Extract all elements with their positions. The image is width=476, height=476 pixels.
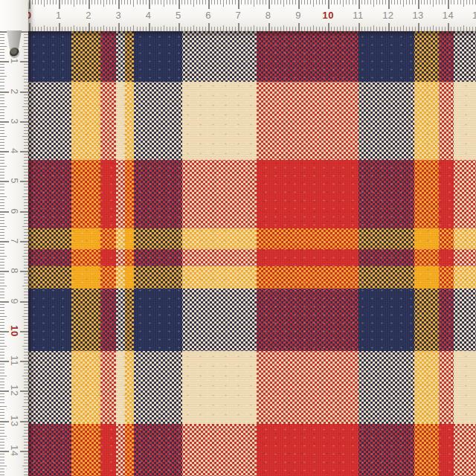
ruler-tick — [0, 58, 4, 59]
ruler-tick — [0, 436, 7, 437]
ruler-tick — [24, 217, 28, 218]
ruler-tick — [0, 148, 4, 149]
ruler-tick — [74, 25, 74, 31]
ruler-tick — [24, 193, 28, 194]
ruler-tick — [0, 133, 4, 134]
ruler-tick — [118, 23, 120, 31]
ruler-tick — [0, 118, 4, 119]
ruler-tick — [424, 0, 425, 4]
ruler-tick — [59, 0, 60, 9]
ruler-tick — [0, 361, 9, 362]
ruler-tick — [0, 151, 9, 152]
ruler-tick — [24, 79, 28, 80]
ruler-tick — [124, 0, 125, 4]
ruler-tick — [24, 259, 28, 260]
ruler-tick — [24, 364, 28, 364]
ruler-tick — [310, 0, 311, 4]
ruler-tick — [20, 151, 28, 152]
ruler-tick — [0, 112, 4, 113]
ruler-tick — [274, 0, 275, 4]
ruler-tick — [0, 250, 4, 251]
ruler-tick — [283, 0, 284, 7]
ruler-tick — [397, 0, 398, 4]
ruler-tick — [0, 313, 4, 314]
ruler-tick — [358, 0, 360, 9]
ruler-tick — [0, 396, 4, 397]
ruler-tick — [340, 27, 341, 31]
ruler-tick — [0, 61, 9, 62]
ruler-tick — [263, 0, 263, 4]
ruler-tick — [0, 421, 9, 422]
ruler-tick — [266, 0, 266, 4]
ruler-tick — [24, 439, 28, 440]
ruler-tick — [208, 0, 210, 9]
ruler-tick — [47, 0, 48, 4]
ruler-tick — [24, 382, 28, 382]
ruler-tick — [170, 0, 170, 4]
ruler-tick — [418, 23, 419, 31]
ruler-tick — [0, 166, 7, 167]
ruler-tick — [0, 175, 4, 176]
ruler-tick — [0, 238, 4, 239]
ruler-tick — [103, 0, 104, 7]
ruler-tick — [22, 466, 28, 466]
ruler-tick — [24, 289, 28, 289]
ruler-tick — [24, 70, 28, 71]
ruler-tick — [71, 27, 71, 31]
ruler-tick — [460, 0, 461, 4]
ruler-tick — [364, 27, 365, 31]
ruler-tick — [451, 0, 451, 4]
ruler-tick — [24, 325, 28, 326]
ruler-tick — [226, 27, 227, 31]
ruler-tick — [385, 0, 386, 4]
ruler-tick — [24, 109, 28, 110]
ruler-tick — [89, 0, 90, 9]
ruler-tick — [24, 49, 28, 50]
ruler-tick — [316, 27, 317, 31]
ruler-tick — [373, 25, 374, 31]
ruler-tick — [22, 316, 28, 317]
ruler-tick — [24, 220, 28, 221]
ruler-tick — [0, 418, 4, 419]
ruler-tick — [356, 0, 356, 4]
ruler-tick — [0, 100, 4, 101]
cm-label-left-4: 4 — [10, 148, 19, 154]
cm-label-top-5: 5 — [176, 10, 181, 20]
ruler-tick — [22, 256, 28, 257]
ruler-tick — [0, 316, 7, 317]
ruler-tick — [0, 172, 4, 173]
ruler-tick — [22, 166, 28, 167]
ruler-tick — [0, 406, 7, 407]
ruler-tick — [313, 0, 314, 7]
ruler-tick — [325, 0, 326, 4]
ruler-tick — [24, 454, 28, 454]
ruler-tick — [173, 27, 173, 31]
ruler-tick — [254, 25, 254, 31]
ruler-tick — [86, 27, 86, 31]
ruler-tick — [80, 27, 80, 31]
ruler-tick — [97, 27, 98, 31]
ruler-tick — [146, 0, 147, 4]
ruler-tick — [161, 27, 161, 31]
ruler-tick — [22, 106, 28, 107]
ruler-tick — [24, 349, 28, 350]
ruler-tick — [238, 23, 239, 31]
ruler-tick — [24, 94, 28, 95]
ruler-tick — [0, 106, 7, 107]
ruler-tick — [24, 313, 28, 314]
cm-label-left-7: 7 — [10, 238, 19, 244]
ruler-tick — [50, 27, 51, 31]
ruler-tick — [118, 0, 120, 9]
ruler-tick — [24, 253, 28, 254]
ruler-tick — [421, 27, 422, 31]
ruler-tick — [0, 343, 4, 344]
ruler-tick — [415, 27, 416, 31]
ruler-tick — [0, 97, 4, 98]
ruler-tick — [0, 310, 4, 311]
ruler-tick — [0, 256, 7, 257]
ruler-tick — [0, 319, 4, 320]
ruler-tick — [301, 0, 302, 4]
ruler-tick — [20, 390, 28, 392]
ruler-tick — [0, 193, 4, 194]
ruler-tick — [112, 27, 113, 31]
